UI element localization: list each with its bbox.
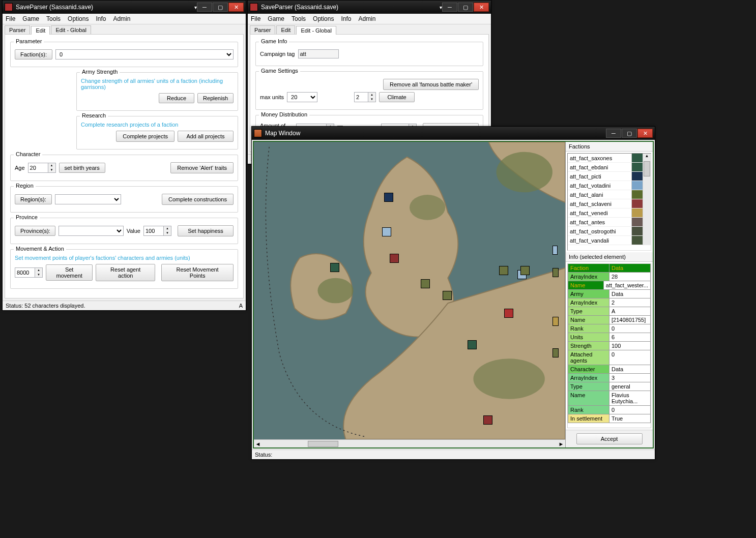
region-select[interactable] <box>55 194 121 204</box>
status-right: A <box>239 303 243 309</box>
tab-edit---global[interactable]: Edit - Global <box>296 26 336 35</box>
menu-file[interactable]: File <box>6 15 15 22</box>
movement-legend: Movement & Action <box>14 246 66 252</box>
accept-button[interactable]: Accept <box>576 433 643 444</box>
tabs-2: ParserEditEdit - Global <box>250 25 489 35</box>
map-hscrollbar[interactable]: ◄► <box>254 439 565 447</box>
info-row[interactable]: ArmyData <box>568 290 651 298</box>
faction-select[interactable]: 0 <box>55 49 234 59</box>
faction-row[interactable]: att_fact_ostrogothi <box>568 227 643 236</box>
research-hint: Complete research projects of a faction <box>81 122 234 128</box>
faction-row[interactable]: att_fact_votadini <box>568 181 643 190</box>
reduce-button[interactable]: Reduce <box>159 93 194 103</box>
info-row[interactable]: In settlementTrue <box>568 414 651 423</box>
menu-options[interactable]: Options <box>313 15 334 22</box>
complete-projects-button[interactable]: Complete projects <box>116 131 175 142</box>
close-button[interactable]: ✕ <box>228 3 244 12</box>
svg-point-2 <box>317 278 353 304</box>
window-title: SaveParser (Sassanid.save) <box>261 4 438 11</box>
titlebar-2[interactable]: SaveParser (Sassanid.save) ▾ ─ ▢ ✕ <box>248 1 491 14</box>
map-canvas[interactable] <box>254 142 565 439</box>
info-row[interactable]: Typegeneral <box>568 382 651 391</box>
tab-edit[interactable]: Edit <box>31 26 50 35</box>
info-row[interactable]: Strength100 <box>568 342 651 350</box>
info-row[interactable]: Units6 <box>568 333 651 342</box>
info-table[interactable]: FactionDataArrayIndex28Nameatt_fact_west… <box>567 263 651 428</box>
close-button[interactable]: ✕ <box>474 3 489 12</box>
menu-game[interactable]: Game <box>268 15 284 22</box>
province-button[interactable]: Province(s): <box>15 226 55 236</box>
add-all-projects-button[interactable]: Add all projects <box>178 131 234 142</box>
gameinfo-legend: Game Info <box>259 38 289 44</box>
num-spinner[interactable]: ▲▼ <box>354 92 376 102</box>
character-legend: Character <box>14 151 42 157</box>
faction-scrollbar[interactable]: ▲ <box>643 154 651 245</box>
minimize-button[interactable]: ─ <box>606 129 621 138</box>
faction-row[interactable]: att_fact_venedi <box>568 208 643 218</box>
tab-edit[interactable]: Edit <box>276 25 295 34</box>
maximize-button[interactable]: ▢ <box>622 129 637 138</box>
faction-row[interactable]: att_fact_ebdani <box>568 163 643 172</box>
set-happiness-button[interactable]: Set happiness <box>178 225 234 236</box>
faction-row[interactable]: att_fact_alani <box>568 190 643 199</box>
tab-parser[interactable]: Parser <box>250 25 275 34</box>
faction-row[interactable]: att_fact_vandali <box>568 236 643 245</box>
close-button[interactable]: ✕ <box>637 129 653 138</box>
maximize-button[interactable]: ▢ <box>213 3 228 12</box>
menu-game[interactable]: Game <box>22 15 39 22</box>
titlebar-1[interactable]: SaveParser (Sassanid.save) ▾ ─ ▢ ✕ <box>3 1 246 14</box>
remove-alert-button[interactable]: Remove 'Alert' traits <box>170 162 234 173</box>
remove-famous-button[interactable]: Remove all 'famous battle maker' <box>383 79 479 90</box>
tab-edit---global[interactable]: Edit - Global <box>51 25 91 34</box>
info-row[interactable]: ArrayIndex2 <box>568 298 651 307</box>
info-row[interactable]: Nameatt_fact_wester... <box>568 281 651 290</box>
faction-row[interactable]: att_fact_sclaveni <box>568 199 643 208</box>
replenish-button[interactable]: Replenish <box>197 93 234 103</box>
info-row[interactable]: Attached agents0 <box>568 350 651 365</box>
reset-agent-button[interactable]: Reset agent action <box>96 264 155 281</box>
maxunits-select[interactable]: 20 <box>287 92 317 102</box>
info-row[interactable]: CharacterData <box>568 365 651 374</box>
menubar-2: FileGameToolsOptionsInfoAdmin <box>248 14 491 24</box>
maximize-button[interactable]: ▢ <box>458 3 473 12</box>
faction-button[interactable]: Faction(s): <box>15 49 52 59</box>
region-button[interactable]: Region(s): <box>15 194 52 204</box>
info-row[interactable]: Rank0 <box>568 324 651 333</box>
info-row[interactable]: TypeA <box>568 307 651 316</box>
menu-info[interactable]: Info <box>341 15 351 22</box>
info-row[interactable]: ArrayIndex28 <box>568 273 651 281</box>
value-spinner[interactable]: ▲▼ <box>143 226 171 236</box>
menu-options[interactable]: Options <box>68 15 89 22</box>
set-movement-button[interactable]: Set movement <box>46 264 93 281</box>
info-row[interactable]: Name[2140801755] <box>568 316 651 324</box>
faction-list[interactable]: att_fact_saxonesatt_fact_ebdaniatt_fact_… <box>567 153 651 251</box>
faction-row[interactable]: att_fact_picti <box>568 172 643 181</box>
minimize-button[interactable]: ─ <box>442 3 457 12</box>
faction-row[interactable]: att_fact_saxones <box>568 154 643 163</box>
minimize-button[interactable]: ─ <box>197 3 212 12</box>
set-birth-button[interactable]: set birth years <box>59 163 105 173</box>
research-legend: Research <box>80 112 108 118</box>
info-row[interactable]: NameFlavius Eutychia... <box>568 391 651 406</box>
menu-info[interactable]: Info <box>96 15 106 22</box>
complete-constructions-button[interactable]: Complete constructions <box>162 194 234 205</box>
menu-tools[interactable]: Tools <box>292 15 306 22</box>
menu-file[interactable]: File <box>251 15 260 22</box>
statusbar-1: Status: 52 characters displayed. A <box>3 301 246 310</box>
info-row[interactable]: FactionData <box>568 264 651 273</box>
movement-spinner[interactable]: ▲▼ <box>15 267 43 278</box>
reset-movement-points-button[interactable]: Reset Movement Points <box>161 264 234 281</box>
menu-admin[interactable]: Admin <box>358 15 375 22</box>
window-title: SaveParser (Sassanid.save) <box>16 4 192 11</box>
tab-parser[interactable]: Parser <box>5 25 30 34</box>
menubar-1: FileGameToolsOptionsInfoAdmin <box>3 14 246 24</box>
menu-admin[interactable]: Admin <box>113 15 130 22</box>
info-row[interactable]: Rank0 <box>568 406 651 414</box>
menu-tools[interactable]: Tools <box>46 15 61 22</box>
climate-button[interactable]: Climate <box>379 92 415 102</box>
province-select[interactable] <box>59 226 124 236</box>
titlebar-map[interactable]: Map Window ─ ▢ ✕ <box>252 127 655 140</box>
faction-row[interactable]: att_fact_antes <box>568 218 643 227</box>
age-spinner[interactable]: ▲▼ <box>28 163 56 173</box>
info-row[interactable]: ArrayIndex3 <box>568 374 651 382</box>
